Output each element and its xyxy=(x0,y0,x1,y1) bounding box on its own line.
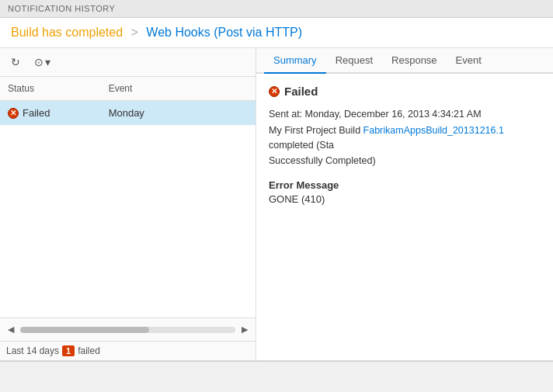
detail-status-label: Failed xyxy=(284,85,318,98)
breadcrumb-part2: Web Hooks (Post via HTTP) xyxy=(146,26,302,39)
scroll-right-button[interactable]: ▶ xyxy=(240,323,249,336)
refresh-icon: ↻ xyxy=(11,56,20,68)
tab-response[interactable]: Response xyxy=(382,48,447,74)
error-section-value: GONE (410) xyxy=(269,193,541,205)
sent-prefix: My First Project Build xyxy=(269,125,363,136)
table-header: Status Event xyxy=(0,77,256,101)
failed-text-label: failed xyxy=(78,345,100,356)
top-bar-label: NOTIFICATION HISTORY xyxy=(8,4,115,13)
error-icon: ✕ xyxy=(8,108,19,119)
row-status-cell: ✕ Failed xyxy=(0,105,101,121)
data-table: ✕ Failed Monday xyxy=(0,101,256,317)
tab-request[interactable]: Request xyxy=(326,48,382,74)
history-icon: ⊙ xyxy=(34,56,43,68)
scrollbar-track[interactable] xyxy=(20,327,235,333)
failed-count-badge: 1 xyxy=(62,345,75,356)
table-row[interactable]: ✕ Failed Monday xyxy=(0,101,256,125)
tab-event[interactable]: Event xyxy=(447,48,491,74)
left-panel: ↻ ⊙ ▾ Status Event ✕ Failed Monday ◀ xyxy=(0,48,256,360)
top-bar: NOTIFICATION HISTORY xyxy=(0,0,553,18)
error-section-title: Error Message xyxy=(269,179,541,191)
bottom-strip xyxy=(0,361,553,384)
refresh-button[interactable]: ↻ xyxy=(6,53,25,71)
scroll-left-button[interactable]: ◀ xyxy=(6,323,16,336)
right-panel: Summary Request Response Event ✕ Failed … xyxy=(256,48,553,360)
history-dropdown-button[interactable]: ⊙ ▾ xyxy=(30,53,55,71)
breadcrumb-part1: Build has completed xyxy=(11,26,123,39)
detail-sent-line3: Successfully Completed) xyxy=(269,154,541,168)
breadcrumb-separator: > xyxy=(131,26,138,39)
left-toolbar: ↻ ⊙ ▾ xyxy=(0,48,256,77)
failed-header: ✕ Failed xyxy=(269,85,541,98)
dropdown-arrow: ▾ xyxy=(45,56,50,68)
breadcrumb: Build has completed > Web Hooks (Post vi… xyxy=(0,18,553,48)
detail-content: ✕ Failed Sent at: Monday, December 16, 2… xyxy=(256,74,553,360)
tab-summary[interactable]: Summary xyxy=(264,48,326,74)
sent-suffix: completed (Sta xyxy=(269,140,334,151)
status-summary-bar: Last 14 days 1 failed xyxy=(0,341,256,360)
error-section: Error Message GONE (410) xyxy=(269,179,541,205)
detail-sent-line2: My First Project Build FabrikamAppsBuild… xyxy=(269,123,541,153)
main-content: ↻ ⊙ ▾ Status Event ✕ Failed Monday ◀ xyxy=(0,48,553,361)
date-range-label: Last 14 days xyxy=(6,345,59,356)
detail-sent-line1: Sent at: Monday, December 16, 2013 4:34:… xyxy=(269,107,541,122)
detail-error-icon: ✕ xyxy=(269,86,280,97)
scrollbar-thumb xyxy=(20,327,149,333)
tab-bar: Summary Request Response Event xyxy=(256,48,553,74)
column-header-status: Status xyxy=(0,80,101,97)
row-status-label: Failed xyxy=(23,107,50,119)
build-link[interactable]: FabrikamAppsBuild_20131216.1 xyxy=(363,125,504,136)
left-scrollbar-area: ◀ ▶ xyxy=(0,317,256,341)
column-header-event: Event xyxy=(101,80,256,97)
row-event-cell: Monday xyxy=(101,105,256,121)
